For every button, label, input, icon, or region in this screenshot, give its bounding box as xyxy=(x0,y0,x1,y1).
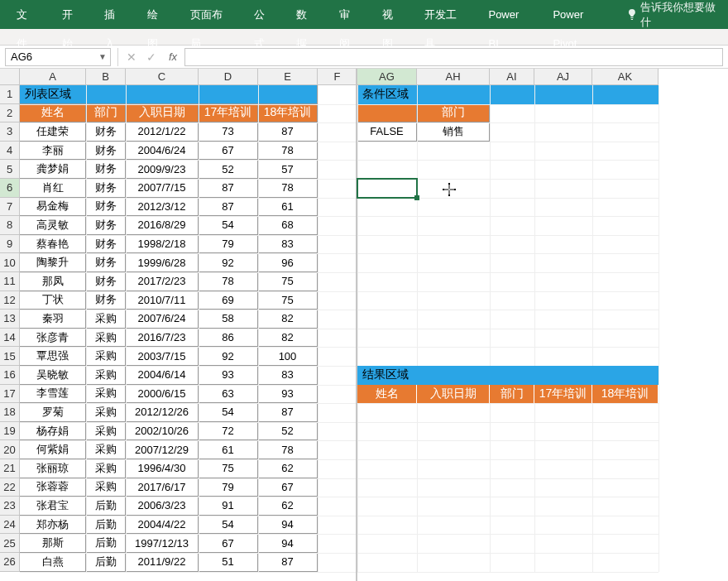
left-cell[interactable]: 67 xyxy=(199,142,258,161)
left-cell[interactable]: 75 xyxy=(258,272,318,291)
left-cell[interactable]: 财务 xyxy=(86,179,126,198)
left-cell[interactable]: 73 xyxy=(199,122,258,142)
left-cell[interactable]: 采购 xyxy=(86,478,126,497)
left-cell[interactable]: 采购 xyxy=(86,440,126,459)
left-cell[interactable]: 2012/3/12 xyxy=(126,198,199,217)
tab-review[interactable]: 审阅 xyxy=(328,0,371,29)
left-cell[interactable]: 吴晓敏 xyxy=(20,366,86,385)
left-cell[interactable]: 秦羽 xyxy=(20,310,86,329)
left-cell[interactable]: 张丽琼 xyxy=(20,459,86,478)
left-cell[interactable]: 54 xyxy=(199,403,258,422)
left-cell[interactable]: 2006/3/23 xyxy=(126,497,199,516)
tab-data[interactable]: 数据 xyxy=(285,0,328,29)
col-header-D[interactable]: D xyxy=(199,69,258,85)
tab-formulas[interactable]: 公式 xyxy=(243,0,286,29)
left-cell[interactable]: 财务 xyxy=(86,216,126,235)
left-cell[interactable]: 2002/10/26 xyxy=(126,422,199,441)
tab-file[interactable]: 文件 xyxy=(3,0,51,29)
left-cell[interactable]: 财务 xyxy=(86,160,126,179)
left-cell[interactable]: 蔡春艳 xyxy=(20,235,86,254)
row-header-23[interactable]: 23 xyxy=(0,497,20,516)
left-cell[interactable]: 94 xyxy=(258,516,318,535)
select-all-corner[interactable] xyxy=(0,69,20,85)
row-header-8[interactable]: 8 xyxy=(0,216,20,235)
left-cell[interactable]: 52 xyxy=(199,160,258,179)
left-cell[interactable]: 92 xyxy=(199,347,258,366)
col-header-C[interactable]: C xyxy=(126,69,199,85)
left-cell[interactable]: 高灵敏 xyxy=(20,216,86,235)
left-cell[interactable]: 采购 xyxy=(86,347,126,366)
cond-sales[interactable]: 销售 xyxy=(417,122,490,142)
left-cell[interactable]: 2012/12/26 xyxy=(126,403,199,422)
left-cell[interactable]: 69 xyxy=(199,291,258,310)
left-cell[interactable]: 92 xyxy=(199,253,258,272)
left-cell[interactable]: 83 xyxy=(258,366,318,385)
left-cell[interactable]: 2016/7/23 xyxy=(126,329,199,348)
tab-powerpivot[interactable]: Power Pivot xyxy=(542,0,620,29)
left-cell[interactable]: 采购 xyxy=(86,422,126,441)
row-header-5[interactable]: 5 xyxy=(0,160,20,179)
left-cell[interactable]: 87 xyxy=(199,198,258,217)
row-header-4[interactable]: 4 xyxy=(0,142,20,161)
tab-view[interactable]: 视图 xyxy=(371,0,414,29)
row-header-13[interactable]: 13 xyxy=(0,310,20,329)
left-cell[interactable]: 龚梦娟 xyxy=(20,160,86,179)
left-cell[interactable]: 2007/6/24 xyxy=(126,310,199,329)
left-cell[interactable]: 93 xyxy=(199,366,258,385)
left-cell[interactable]: 86 xyxy=(199,329,258,348)
left-cell[interactable]: 62 xyxy=(258,497,318,516)
left-cell[interactable]: 2004/6/24 xyxy=(126,142,199,161)
left-cell[interactable]: 后勤 xyxy=(86,534,126,553)
left-cell[interactable]: 1997/12/13 xyxy=(126,534,199,553)
col-header-A[interactable]: A xyxy=(20,69,86,85)
left-cell[interactable]: 72 xyxy=(199,422,258,441)
col-header-AG[interactable]: AG xyxy=(357,69,417,85)
left-cell[interactable]: 1999/6/28 xyxy=(126,253,199,272)
tab-insert[interactable]: 插入 xyxy=(93,0,136,29)
left-cell[interactable]: 杨存娟 xyxy=(20,422,86,441)
left-cell[interactable]: 2004/6/14 xyxy=(126,366,199,385)
row-header-21[interactable]: 21 xyxy=(0,459,20,478)
left-cell[interactable]: 2016/8/29 xyxy=(126,216,199,235)
left-cell[interactable]: 2004/4/22 xyxy=(126,516,199,535)
row-header-10[interactable]: 10 xyxy=(0,253,20,272)
left-cell[interactable]: 李雪莲 xyxy=(20,385,86,404)
row-header-17[interactable]: 17 xyxy=(0,385,20,404)
left-cell[interactable]: 任建荣 xyxy=(20,122,86,142)
left-cell[interactable]: 后勤 xyxy=(86,553,126,572)
row-header-14[interactable]: 14 xyxy=(0,329,20,348)
left-cell[interactable]: 75 xyxy=(258,291,318,310)
tab-home[interactable]: 开始 xyxy=(51,0,94,29)
left-cell[interactable]: 易金梅 xyxy=(20,198,86,217)
left-cell[interactable]: 87 xyxy=(258,122,318,142)
left-cell[interactable]: 83 xyxy=(258,235,318,254)
row-header-18[interactable]: 18 xyxy=(0,403,20,422)
left-cell[interactable]: 2009/9/23 xyxy=(126,160,199,179)
left-cell[interactable]: 覃思强 xyxy=(20,347,86,366)
left-cell[interactable]: 82 xyxy=(258,310,318,329)
left-cell[interactable]: 何紫娟 xyxy=(20,440,86,459)
row-header-7[interactable]: 7 xyxy=(0,198,20,217)
left-cell[interactable]: 96 xyxy=(258,253,318,272)
left-cell[interactable]: 财务 xyxy=(86,253,126,272)
left-cell[interactable]: 100 xyxy=(258,347,318,366)
row-header-2[interactable]: 2 xyxy=(0,104,20,123)
left-cell[interactable]: 2007/12/29 xyxy=(126,440,199,459)
left-cell[interactable]: 采购 xyxy=(86,329,126,348)
left-cell[interactable]: 2017/6/17 xyxy=(126,478,199,497)
col-header-AI[interactable]: AI xyxy=(490,69,534,85)
col-header-AK[interactable]: AK xyxy=(592,69,659,85)
fx-icon[interactable]: fx xyxy=(161,50,184,63)
left-cell[interactable]: 87 xyxy=(199,179,258,198)
left-cell[interactable]: 78 xyxy=(258,440,318,459)
name-box-input[interactable] xyxy=(11,50,98,63)
left-cell[interactable]: 51 xyxy=(199,553,258,572)
left-cell[interactable]: 93 xyxy=(258,385,318,404)
left-cell[interactable]: 2010/7/11 xyxy=(126,291,199,310)
left-cell[interactable]: 91 xyxy=(199,497,258,516)
worksheet-grid[interactable]: ABCDEFAGAHAIAJAK123456789101112131415161… xyxy=(0,69,728,581)
col-header-B[interactable]: B xyxy=(86,69,126,85)
row-header-11[interactable]: 11 xyxy=(0,272,20,291)
left-cell[interactable]: 2000/6/15 xyxy=(126,385,199,404)
row-header-16[interactable]: 16 xyxy=(0,366,20,385)
